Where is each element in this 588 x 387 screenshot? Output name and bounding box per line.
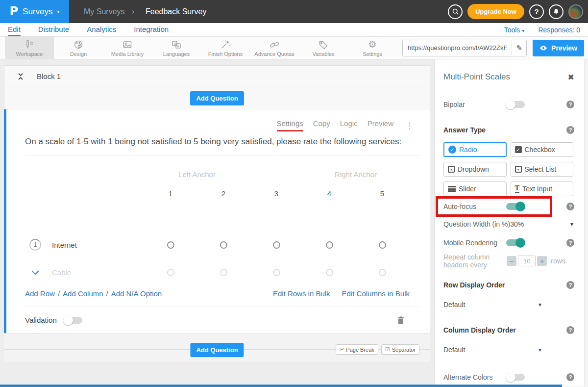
more-options-icon[interactable]: ⋮ xyxy=(405,121,414,130)
mobile-rendering-row: Mobile Rendering ? xyxy=(443,237,578,248)
validation-toggle[interactable] xyxy=(64,317,82,324)
responses-count[interactable]: Responses: 0 xyxy=(538,26,580,34)
radio-option[interactable] xyxy=(379,241,386,249)
row-display-order-select[interactable]: Default ▾ xyxy=(443,301,541,309)
radio-option[interactable] xyxy=(220,241,227,249)
block-title[interactable]: Block 1 xyxy=(37,72,61,80)
survey-url-input[interactable] xyxy=(403,44,512,52)
left-anchor-input[interactable] xyxy=(144,170,250,179)
auto-focus-toggle[interactable] xyxy=(506,203,525,210)
column-header[interactable]: 5 xyxy=(356,189,409,198)
question-tab-logic[interactable]: Logic xyxy=(340,119,358,131)
radio-option[interactable] xyxy=(167,269,174,276)
column-header[interactable]: 4 xyxy=(303,189,356,198)
add-column-link[interactable]: Add Column xyxy=(63,289,103,298)
separator-button[interactable]: ☑ Separator xyxy=(381,344,419,355)
page-break-button[interactable]: ✂ Page Break xyxy=(336,344,378,355)
collapse-block-icon[interactable] xyxy=(17,73,24,80)
toolbar-item-finish-options[interactable]: Finish Options xyxy=(201,37,250,59)
bipolar-row: Bipolar ? xyxy=(443,99,578,110)
toolbar-item-languages[interactable]: aA Languages xyxy=(152,37,201,59)
user-avatar[interactable] xyxy=(568,4,583,19)
question-tabs: Settings Copy Logic Preview ⋮ xyxy=(25,119,414,131)
toolbar-item-media-library[interactable]: Media Library xyxy=(103,37,152,59)
delete-question-button[interactable] xyxy=(397,316,405,325)
radio-option[interactable] xyxy=(273,241,280,249)
answer-type-select-list[interactable]: ▾ Select List xyxy=(511,162,574,177)
add-question-button[interactable]: Add Question xyxy=(190,91,244,105)
checkbox-icon: ☑ xyxy=(385,346,390,353)
add-row-link[interactable]: Add Row xyxy=(25,289,55,298)
question-text[interactable]: On a scale of 1-5 with 1 being not satis… xyxy=(25,135,420,155)
toolbar-item-workspace[interactable]: Workspace xyxy=(5,37,54,59)
help-icon[interactable]: ? xyxy=(566,373,574,381)
nav-tab-analytics[interactable]: Analytics xyxy=(87,25,116,36)
upgrade-now-button[interactable]: Upgrade Now xyxy=(467,4,524,19)
increment-button[interactable]: + xyxy=(537,256,547,266)
edit-rows-in-bulk-link[interactable]: Edit Rows in Bulk xyxy=(273,289,330,298)
question-width-row: Question Width (in %) 30% ▾ xyxy=(443,219,578,230)
repeat-headers-input[interactable] xyxy=(518,256,536,266)
column-header[interactable]: 3 xyxy=(250,189,303,198)
question-tab-preview[interactable]: Preview xyxy=(368,119,393,131)
help-icon[interactable]: ? xyxy=(566,239,574,247)
answer-type-dropdown[interactable]: ▾ Dropdown xyxy=(443,162,507,177)
help-icon: ? xyxy=(534,7,539,16)
toolbar-item-design[interactable]: Design xyxy=(54,37,103,59)
sidebar-scrollbar[interactable] xyxy=(584,59,588,387)
help-icon[interactable]: ? xyxy=(566,281,574,289)
edit-url-button[interactable]: ✎ xyxy=(512,40,526,56)
help-button[interactable]: ? xyxy=(529,4,544,19)
block-add-question-row: Add Question xyxy=(4,87,430,109)
column-display-order-select[interactable]: Default ▾ xyxy=(443,346,541,354)
answer-type-radio[interactable]: ✓ Radio xyxy=(443,142,507,157)
radio-option[interactable] xyxy=(326,241,333,249)
mobile-rendering-toggle[interactable] xyxy=(506,239,525,246)
alternate-colors-toggle[interactable] xyxy=(506,374,525,381)
row-chevron-icon[interactable] xyxy=(29,270,41,276)
text-input-icon: T xyxy=(515,185,520,193)
question-width-value[interactable]: 30% xyxy=(510,220,524,228)
row-display-order-header: Row Display Order ? xyxy=(443,280,578,290)
answer-type-slider[interactable]: Slider xyxy=(443,181,507,196)
tools-menu[interactable]: Tools▾ xyxy=(504,26,525,34)
column-header[interactable]: 1 xyxy=(144,189,197,198)
close-icon[interactable]: ✖ xyxy=(568,73,574,82)
row-label[interactable]: Cable xyxy=(52,268,71,277)
question-tab-copy[interactable]: Copy xyxy=(313,119,330,131)
breadcrumb-my-surveys[interactable]: My Surveys xyxy=(84,7,125,16)
radio-option[interactable] xyxy=(273,269,280,276)
radio-option[interactable] xyxy=(379,269,386,276)
nav-tab-edit[interactable]: Edit xyxy=(8,25,21,36)
answer-type-text-input[interactable]: T Text Input xyxy=(511,181,574,196)
radio-option[interactable] xyxy=(167,241,174,249)
help-icon[interactable]: ? xyxy=(566,101,574,108)
edit-columns-in-bulk-link[interactable]: Edit Columns in Bulk xyxy=(342,289,410,298)
search-button[interactable] xyxy=(448,4,463,19)
add-na-option-link[interactable]: Add N/A Option xyxy=(111,289,162,298)
add-question-button-bottom[interactable]: Add Question xyxy=(190,343,244,357)
toolbar-item-settings[interactable]: ⚙ Settings xyxy=(348,37,397,59)
chevron-down-icon[interactable]: ▾ xyxy=(570,221,573,228)
nav-tab-distribute[interactable]: Distribute xyxy=(38,25,69,36)
question-tab-settings[interactable]: Settings xyxy=(277,119,303,131)
help-icon[interactable]: ? xyxy=(566,203,574,210)
help-icon[interactable]: ? xyxy=(566,326,574,334)
answer-type-checkbox[interactable]: ✓ Checkbox xyxy=(511,142,574,157)
help-icon[interactable]: ? xyxy=(566,126,574,134)
decrement-button[interactable]: − xyxy=(507,256,516,266)
preview-button[interactable]: Preview xyxy=(533,40,584,56)
radio-option[interactable] xyxy=(326,269,333,276)
radio-option[interactable] xyxy=(220,269,227,276)
row-label[interactable]: Internet xyxy=(52,241,77,249)
nav-tab-integration[interactable]: Integration xyxy=(134,25,169,36)
column-header[interactable]: 2 xyxy=(197,189,250,198)
toolbar-item-variables[interactable]: Variables xyxy=(299,37,348,59)
bipolar-toggle[interactable] xyxy=(506,101,525,108)
repeat-headers-label: Repeat column headers every xyxy=(443,253,503,269)
notifications-button[interactable] xyxy=(549,4,564,19)
toolbar-item-advance-quotas[interactable]: Advance Quotas xyxy=(250,37,299,59)
right-anchor-input[interactable] xyxy=(303,170,409,179)
product-switcher[interactable]: P Surveys ▾ xyxy=(0,0,69,23)
matrix-row-cable: Cable xyxy=(25,268,420,277)
